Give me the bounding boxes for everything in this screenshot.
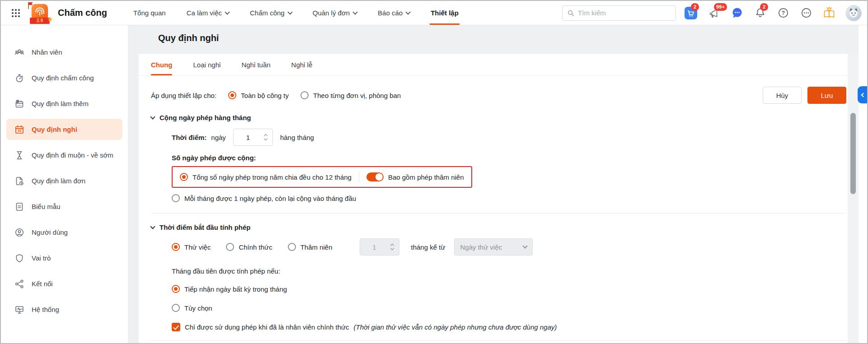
sidebar-item-quy-dinh-nghi[interactable]: 10 Quy định nghỉ (6, 119, 122, 140)
radio-toan-bo-cong-ty[interactable]: Toàn bộ công ty (228, 91, 289, 99)
option-one-per-month-row: Mỗi tháng được 1 ngày phép, còn lại cộng… (172, 194, 846, 202)
scrollbar-track[interactable] (848, 54, 859, 343)
chat-bubble-icon (731, 7, 743, 19)
global-search (562, 5, 676, 21)
monitor-icon (14, 305, 24, 315)
nav-bao-cao[interactable]: Báo cáo (378, 1, 410, 25)
radio-one-per-month[interactable]: Mỗi tháng được 1 ngày phép, còn lại cộng… (172, 194, 846, 202)
sidebar-item-he-thong[interactable]: Hệ thống (6, 299, 122, 320)
tab-chung[interactable]: Chung (151, 54, 172, 75)
apps-grid-icon[interactable] (10, 7, 22, 19)
notifications-badge: 2 (760, 3, 768, 11)
people-icon (14, 47, 24, 57)
radio-unselected-icon (172, 304, 180, 312)
nav-ca-lam-viec[interactable]: Ca làm việc (187, 1, 229, 25)
svg-text:?: ? (781, 10, 784, 16)
time-label: Thời điểm: (172, 134, 206, 141)
tab-loai-nghi[interactable]: Loại nghỉ (193, 54, 221, 75)
checkbox-checked-icon[interactable] (172, 323, 180, 331)
sidebar-item-nguoi-dung[interactable]: Người dùng (6, 222, 122, 243)
shield-icon (14, 253, 24, 263)
radio-any-day[interactable]: Tiếp nhận ngày bất kỳ trong tháng (172, 285, 846, 293)
app-window: 2.9 ★ Chấm công Tổng quan Ca làm việc Ch… (0, 0, 868, 344)
sidebar-item-quy-dinh-lam-don[interactable]: Quy định làm đơn (6, 170, 122, 191)
save-button[interactable]: Lưu (807, 87, 846, 104)
chat-button[interactable] (730, 6, 744, 20)
search-icon (567, 9, 574, 17)
chevron-down-icon (523, 243, 528, 248)
nav-thiet-lap[interactable]: Thiết lập (431, 1, 459, 25)
handbook-bulb-icon (823, 7, 835, 19)
radio-theo-don-vi[interactable]: Theo từng đơn vị, phòng ban (300, 91, 401, 99)
sidebar-item-nhan-vien[interactable]: Nhân viên (6, 42, 122, 63)
announcements-badge: 99+ (714, 3, 727, 11)
highlighted-option-box: Tổng số ngày phép trong năm chia đều cho… (172, 166, 472, 188)
toggle-on-switch[interactable] (366, 172, 384, 181)
right-rail (859, 25, 867, 343)
radio-tuy-chon[interactable]: Tùy chọn (172, 304, 846, 312)
search-input[interactable] (578, 9, 671, 17)
help-button[interactable]: ? (776, 6, 790, 20)
leave-start-options-row: Thử việc Chính thức Thâm niên 1 tháng (172, 238, 846, 256)
toggle-seniority-leave: Bao gồm phép thâm niên (366, 172, 464, 181)
cancel-button[interactable]: Hủy (763, 87, 802, 104)
nav-cham-cong[interactable]: Chấm công (250, 1, 292, 25)
nav-quan-ly-don[interactable]: Quản lý đơn (313, 1, 357, 25)
radio-unselected-icon (226, 243, 234, 251)
section-leave-start-header[interactable]: Thời điểm bắt đầu tính phép (151, 223, 846, 231)
notifications-button[interactable]: 2 (753, 6, 767, 20)
store-cart-button[interactable]: 2 (684, 6, 698, 20)
radio-chinh-thuc[interactable]: Chính thức (226, 243, 272, 251)
announcements-button[interactable]: 99+ (707, 6, 721, 20)
vertical-divider (359, 172, 359, 182)
radio-thu-viec[interactable]: Thử việc (172, 243, 211, 251)
sidebar-item-label: Người dùng (32, 228, 68, 236)
radio-divide-12-months[interactable]: Tổng số ngày phép trong năm chia đều cho… (180, 173, 352, 181)
day-number-input[interactable]: 1 (233, 129, 273, 146)
radio-tham-nien[interactable]: Thâm niên (288, 243, 333, 251)
nav-tong-quan[interactable]: Tổng quan (133, 1, 166, 25)
tab-nghi-tuan[interactable]: Nghỉ tuần (241, 54, 270, 75)
month-suffix: tháng kể từ (411, 243, 446, 251)
radio-selected-icon (172, 285, 180, 293)
checkbox-label: Chỉ được sử dụng phép khi đã là nhân viê… (185, 323, 349, 331)
chevron-down-icon (405, 9, 410, 14)
month-number-input-disabled: 1 (360, 238, 399, 256)
guide-button[interactable] (822, 6, 836, 20)
sidebar-item-label: Quy định đi muộn - về sớm (32, 151, 113, 159)
hourglass-icon (14, 150, 24, 160)
day-prefix: ngày (211, 134, 226, 141)
sidebar-item-label: Biểu mẫu (32, 203, 60, 210)
chevron-down-icon (150, 224, 155, 229)
collapse-panel-button[interactable] (858, 86, 867, 103)
share-icon (14, 279, 24, 289)
sidebar-item-vai-tro[interactable]: Vai trò (6, 247, 122, 269)
sidebar-item-di-muon-ve-som[interactable]: Quy định đi muộn - về sớm (6, 144, 122, 166)
radio-selected-icon (228, 91, 236, 99)
scrollbar-thumb[interactable] (850, 113, 856, 194)
app-title: Chấm công (58, 8, 107, 18)
chevron-down-icon (352, 9, 357, 14)
sidebar-item-label: Quy định làm thêm (32, 100, 89, 107)
action-buttons: Hủy Lưu (763, 87, 846, 104)
sidebar-item-label: Vai trò (32, 254, 51, 262)
sidebar-item-bieu-mau[interactable]: Biểu mẫu (6, 196, 122, 217)
chevron-left-icon (861, 93, 865, 97)
sidebar-item-quy-dinh-lam-them[interactable]: Quy định làm thêm (6, 93, 122, 114)
more-options-button[interactable] (799, 6, 813, 20)
sidebar-item-label: Quy định làm đơn (32, 177, 85, 185)
user-avatar[interactable] (845, 5, 862, 21)
ellipsis-icon (800, 7, 812, 19)
from-date-select-disabled: Ngày thử việc (454, 238, 533, 256)
number-stepper[interactable] (263, 135, 269, 140)
sidebar-item-ket-noi[interactable]: Kết nối (6, 273, 122, 294)
top-header: 2.9 ★ Chấm công Tổng quan Ca làm việc Ch… (1, 1, 867, 25)
stepper-down-icon (390, 246, 394, 250)
document-clock-icon (14, 176, 24, 186)
days-added-label: Số ngày phép được cộng: (172, 154, 846, 162)
sidebar-item-quy-dinh-cham-cong[interactable]: Quy định chấm công (6, 67, 122, 88)
app-logo: 2.9 ★ (28, 2, 52, 24)
tab-nghi-le[interactable]: Nghỉ lễ (291, 54, 313, 75)
option-custom-row: Tùy chọn (172, 304, 846, 312)
section-monthly-leave-header[interactable]: Cộng ngày phép hàng tháng (151, 114, 846, 121)
